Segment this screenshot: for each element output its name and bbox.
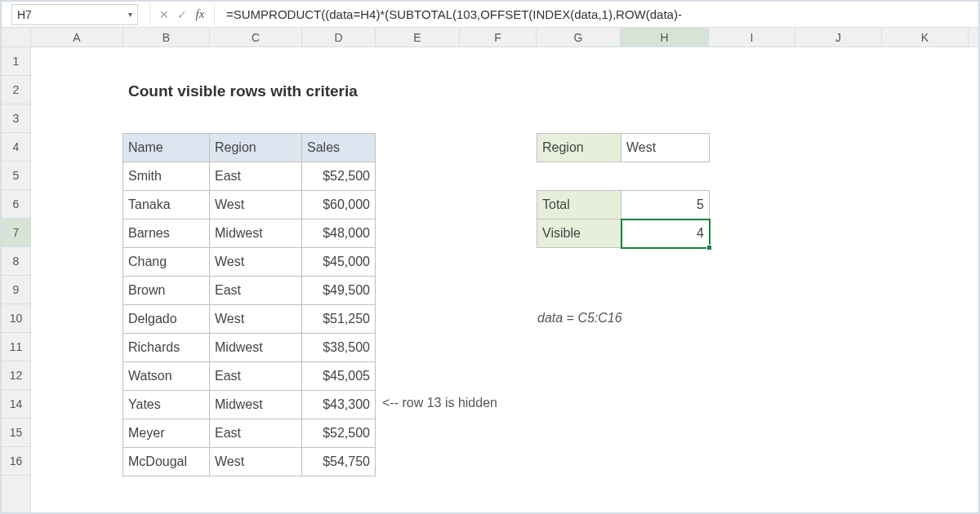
row-header-5[interactable]: 5 xyxy=(2,162,30,190)
visible-value: 4 xyxy=(697,226,704,240)
table-row: RichardsMidwest$38,500 xyxy=(123,334,376,362)
column-header-J[interactable]: J xyxy=(795,28,882,47)
row-header-6[interactable]: 6 xyxy=(2,190,30,219)
spreadsheet: 123456789101112141516 ABCDEFGHIJK Count … xyxy=(2,28,978,512)
table-cell[interactable]: Chang xyxy=(123,248,210,277)
row-header-4[interactable]: 4 xyxy=(2,133,30,162)
table-cell[interactable]: East xyxy=(210,162,302,191)
table-cell[interactable]: $49,500 xyxy=(302,277,376,305)
column-header-H[interactable]: H xyxy=(621,28,709,47)
table-cell[interactable]: $52,500 xyxy=(302,162,376,191)
table-cell[interactable]: $48,000 xyxy=(302,219,376,248)
table-cell[interactable]: Watson xyxy=(123,362,210,391)
cancel-icon[interactable]: ✕ xyxy=(155,8,173,21)
column-header-D[interactable]: D xyxy=(302,28,376,47)
table-cell[interactable]: $54,750 xyxy=(302,448,376,476)
column-header-K[interactable]: K xyxy=(882,28,969,47)
column-header-E[interactable]: E xyxy=(376,28,460,47)
grid: ABCDEFGHIJK Count visible rows with crit… xyxy=(31,28,978,512)
row-header-7[interactable]: 7 xyxy=(2,219,30,247)
range-note: data = C5:C16 xyxy=(537,311,622,326)
table-cell[interactable]: West xyxy=(210,448,302,476)
row-headers: 123456789101112141516 xyxy=(2,28,31,512)
table-cell[interactable]: Tanaka xyxy=(123,191,210,219)
visible-value-cell[interactable]: 4 xyxy=(621,219,710,248)
table-cell[interactable]: Barnes xyxy=(123,219,210,248)
table-cell[interactable]: East xyxy=(210,362,302,391)
column-header-B[interactable]: B xyxy=(123,28,210,47)
row-header-14[interactable]: 14 xyxy=(2,390,30,419)
data-table: NameRegionSalesSmithEast$52,500TanakaWes… xyxy=(122,133,376,476)
row-header-8[interactable]: 8 xyxy=(2,247,30,276)
column-header-F[interactable]: F xyxy=(460,28,537,47)
table-cell[interactable]: Delgado xyxy=(123,305,210,334)
table-cell[interactable]: Meyer xyxy=(123,419,210,448)
table-cell[interactable]: East xyxy=(210,277,302,305)
row-header-9[interactable]: 9 xyxy=(2,276,30,304)
column-header-G[interactable]: G xyxy=(537,28,621,47)
table-cell[interactable]: Midwest xyxy=(210,219,302,248)
column-header-C[interactable]: C xyxy=(210,28,302,47)
table-cell[interactable]: McDougal xyxy=(123,448,210,476)
enter-icon[interactable]: ✓ xyxy=(173,8,191,21)
table-cell[interactable]: Richards xyxy=(123,334,210,362)
table-cell[interactable]: Midwest xyxy=(210,334,302,362)
row-header-12[interactable]: 12 xyxy=(2,361,30,390)
row-header-2[interactable]: 2 xyxy=(2,76,30,104)
formula-text: =SUMPRODUCT((data=H4)*(SUBTOTAL(103,OFFS… xyxy=(226,7,682,21)
total-value[interactable]: 5 xyxy=(621,191,710,219)
table-row: TanakaWest$60,000 xyxy=(123,191,376,219)
page-title: Count visible rows with criteria xyxy=(123,77,450,105)
region-value[interactable]: West xyxy=(621,134,710,162)
row-header-15[interactable]: 15 xyxy=(2,419,30,447)
formula-bar: H7 ▾ ✕ ✓ fx =SUMPRODUCT((data=H4)*(SUBTO… xyxy=(2,2,978,28)
column-headers: ABCDEFGHIJK xyxy=(31,28,978,47)
table-cell[interactable]: Midwest xyxy=(210,391,302,419)
table-cell[interactable]: Yates xyxy=(123,391,210,419)
table-row: WatsonEast$45,005 xyxy=(123,362,376,391)
row-header-10[interactable]: 10 xyxy=(2,304,30,333)
visible-label: Visible xyxy=(537,219,621,248)
table-cell[interactable]: East xyxy=(210,419,302,448)
row-header-16[interactable]: 16 xyxy=(2,447,30,476)
table-cell[interactable]: $45,000 xyxy=(302,248,376,277)
fill-handle[interactable] xyxy=(706,245,712,250)
row-header-1[interactable]: 1 xyxy=(2,47,30,76)
table-cell[interactable]: $60,000 xyxy=(302,191,376,219)
table-cell[interactable]: $52,500 xyxy=(302,419,376,448)
fx-icon[interactable]: fx xyxy=(191,7,209,21)
region-table: Region West xyxy=(537,133,710,162)
select-all-corner[interactable] xyxy=(2,28,30,47)
table-row: SmithEast$52,500 xyxy=(123,162,376,191)
table-cell[interactable]: $51,250 xyxy=(302,305,376,334)
table-cell[interactable]: $43,300 xyxy=(302,391,376,419)
table-cell[interactable]: West xyxy=(210,248,302,277)
region-label: Region xyxy=(537,134,621,162)
name-box-value: H7 xyxy=(17,8,128,21)
table-header[interactable]: Region xyxy=(210,134,302,162)
table-row: ChangWest$45,000 xyxy=(123,248,376,277)
table-cell[interactable]: $38,500 xyxy=(302,334,376,362)
table-cell[interactable]: Brown xyxy=(123,277,210,305)
formula-input[interactable]: =SUMPRODUCT((data=H4)*(SUBTOTAL(103,OFFS… xyxy=(220,2,978,27)
table-cell[interactable]: $45,005 xyxy=(302,362,376,391)
column-header-A[interactable]: A xyxy=(31,28,123,47)
divider xyxy=(149,4,150,25)
table-header[interactable]: Sales xyxy=(302,134,376,162)
cells-area[interactable]: Count visible rows with criteria NameReg… xyxy=(31,47,978,512)
summary-table: Total 5 Visible 4 xyxy=(537,190,710,248)
column-header-I[interactable]: I xyxy=(709,28,795,47)
table-cell[interactable]: West xyxy=(210,305,302,334)
table-row: McDougalWest$54,750 xyxy=(123,448,376,476)
table-cell[interactable]: Smith xyxy=(123,162,210,191)
hidden-row-note: <-- row 13 is hidden xyxy=(382,396,497,410)
row-header-11[interactable]: 11 xyxy=(2,333,30,361)
table-row: DelgadoWest$51,250 xyxy=(123,305,376,334)
chevron-down-icon[interactable]: ▾ xyxy=(128,10,132,19)
table-cell[interactable]: West xyxy=(210,191,302,219)
table-header[interactable]: Name xyxy=(123,134,210,162)
table-row: BarnesMidwest$48,000 xyxy=(123,219,376,248)
row-header-3[interactable]: 3 xyxy=(2,104,30,133)
table-row: BrownEast$49,500 xyxy=(123,277,376,305)
name-box[interactable]: H7 ▾ xyxy=(11,4,138,25)
